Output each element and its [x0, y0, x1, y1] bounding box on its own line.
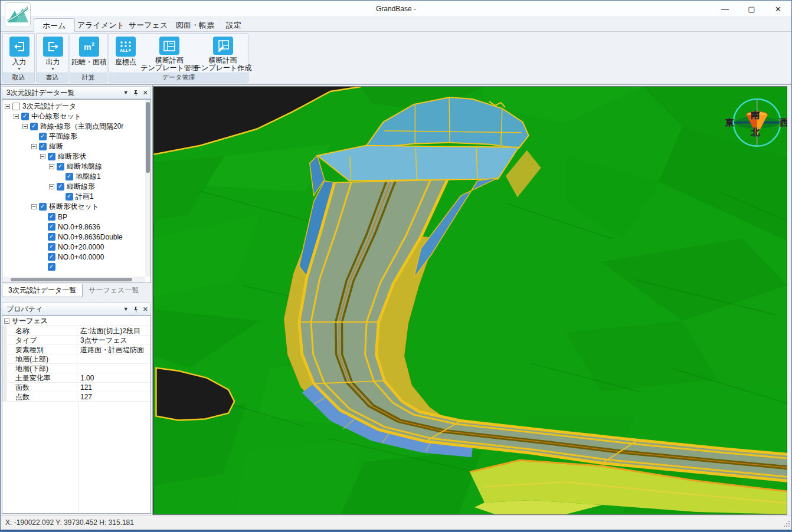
property-value: 3点サーフェス [77, 336, 150, 344]
template-create-icon [216, 39, 230, 53]
tree-item-checkbox[interactable] [21, 113, 29, 120]
dock-tab-strip: 3次元設計データ一覧 サーフェス一覧 [2, 284, 145, 297]
property-row[interactable]: 要素種別道路面・計画堤防面 [2, 345, 150, 354]
maximize-button[interactable]: ▢ [738, 1, 765, 17]
pin-icon[interactable] [133, 90, 139, 96]
cross-section-template-create-button[interactable]: 横断計画テンプレート作成 [197, 35, 249, 72]
expander-icon[interactable] [40, 154, 45, 159]
expander-icon[interactable] [31, 204, 37, 209]
minimize-button[interactable]: — [712, 1, 738, 17]
tab-settings[interactable]: 設定 [218, 18, 250, 32]
tree-item-checkbox[interactable] [48, 243, 55, 251]
panel-menu-icon[interactable]: ▼ [123, 307, 129, 312]
dock-tab-3d-design-data[interactable]: 3次元設計データ一覧 [2, 284, 83, 297]
compass-east-label: 東 [725, 117, 734, 128]
tree-item-checkbox[interactable] [39, 143, 47, 150]
3d-viewport[interactable]: 東 西 南 北 [153, 86, 788, 515]
tree-item[interactable]: 縦断 [4, 142, 145, 152]
expander-icon[interactable] [22, 124, 28, 129]
cross-section-template-manage-button[interactable]: 横断計画テンプレート管理 [142, 35, 197, 72]
tab-drawing-report[interactable]: 図面・帳票 [168, 18, 222, 32]
title-bar: GrandBase - — ▢ ✕ [1, 1, 791, 17]
tree-item-label: 平面線形 [49, 132, 77, 142]
tree-item[interactable]: NO.0+20.0000 [4, 242, 145, 252]
app-logo[interactable] [5, 2, 31, 27]
tree-item-checkbox[interactable] [66, 193, 73, 201]
pin-icon[interactable] [133, 306, 139, 313]
panel-menu-icon[interactable]: ▼ [123, 90, 129, 96]
input-button[interactable]: 入力 ▼ [3, 35, 35, 72]
input-dropdown-arrow[interactable]: ▼ [17, 67, 21, 71]
tree-item-checkbox[interactable] [48, 233, 55, 241]
tree-item[interactable]: 縦断形状 [4, 152, 145, 162]
distance-area-button[interactable]: m 2 距離・面積 [70, 35, 108, 72]
property-row[interactable]: 名称左:法面(切土)2段目 [2, 326, 150, 336]
output-button[interactable]: 出力 ▼ [37, 35, 69, 72]
tree-item-label: NO.0+9.8636 [58, 223, 100, 231]
property-value [77, 354, 150, 363]
tree-item[interactable]: NO.0+9.8636Double [4, 232, 145, 242]
property-label: 地層(下部) [7, 364, 77, 373]
coordinate-points-button[interactable]: ALL 座標点 [109, 35, 142, 72]
expander-icon[interactable] [31, 144, 37, 149]
property-row[interactable]: 地層(下部) [2, 364, 150, 373]
tree-item-checkbox[interactable] [66, 173, 73, 180]
expander-icon[interactable] [14, 114, 19, 119]
close-button[interactable]: ✕ [765, 1, 791, 17]
tree-item-checkbox[interactable] [30, 123, 38, 130]
terrain-3d-canvas[interactable]: 東 西 南 北 [153, 87, 787, 514]
tree-item[interactable]: NO.0+40.0000 [4, 252, 145, 262]
tree-panel-header: 3次元設計データ一覧 ▼ ✕ [2, 86, 151, 99]
tree-item[interactable]: 縦断線形 [4, 182, 145, 192]
property-row[interactable]: 地層(上部) [2, 354, 150, 364]
window-title: GrandBase - [1, 1, 791, 17]
property-row[interactable]: タイプ3点サーフェス [2, 336, 150, 345]
tree-item[interactable] [4, 262, 145, 272]
tree-item-checkbox[interactable] [57, 163, 64, 170]
tree-item-checkbox[interactable] [48, 153, 55, 160]
tree-item-checkbox[interactable] [48, 213, 55, 221]
tree-item-checkbox[interactable] [12, 103, 20, 110]
tree-item-checkbox[interactable] [48, 253, 55, 261]
property-row[interactable]: 点数127 [2, 392, 150, 402]
tree-horizontal-scrollbar[interactable] [2, 277, 145, 283]
tree-item[interactable]: 地盤線1 [4, 172, 145, 182]
tree-item-checkbox[interactable] [48, 263, 55, 271]
property-row[interactable]: 土量変化率1.00 [2, 373, 150, 383]
expander-icon[interactable] [49, 184, 54, 189]
tree-item-checkbox[interactable] [48, 223, 55, 231]
expander-icon[interactable] [5, 104, 10, 109]
panel-close-icon[interactable]: ✕ [143, 90, 148, 96]
tree-item[interactable]: 縦断地盤線 [4, 162, 145, 172]
tree-item[interactable]: 計画1 [4, 192, 145, 202]
resize-grip[interactable] [783, 520, 790, 527]
tree-item[interactable]: 横断形状セット [4, 202, 145, 212]
tree-item[interactable]: 路線-線形（主測点間隔20r [4, 121, 145, 132]
panel-close-icon[interactable]: ✕ [143, 306, 148, 313]
property-group-header[interactable]: サーフェス [2, 316, 150, 326]
output-dropdown-arrow[interactable]: ▼ [51, 67, 55, 71]
tree-item-checkbox[interactable] [39, 133, 47, 140]
tree-item-checkbox[interactable] [39, 203, 47, 211]
tree-item[interactable]: 3次元設計データ [4, 101, 145, 111]
ribbon: 入力 ▼ 取込 出力 ▼ 書込 [1, 32, 791, 84]
right-gap [787, 85, 791, 515]
tree-item-checkbox[interactable] [57, 183, 64, 191]
tree-panel-title: 3次元設計データ一覧 [6, 88, 74, 97]
ribbon-group-data-mgmt: ALL 座標点 横断計画テンプレート管理 [109, 33, 248, 83]
tree-item[interactable]: 平面線形 [4, 132, 145, 142]
property-value: 127 [77, 392, 150, 401]
property-row[interactable]: 面数121 [2, 383, 150, 392]
tree-item[interactable]: NO.0+9.8636 [4, 222, 145, 232]
tree-item-label: 計画1 [76, 192, 94, 202]
dock-tab-surface-list[interactable]: サーフェス一覧 [83, 284, 145, 297]
collapse-icon[interactable] [4, 318, 9, 324]
tree-item[interactable]: 中心線形セット [4, 111, 145, 121]
property-value: 左:法面(切土)2段目 [77, 326, 150, 335]
ribbon-group-calc: m 2 距離・面積 計算 [70, 33, 107, 83]
property-label: 面数 [7, 383, 77, 392]
tree-item-label: 3次元設計データ [22, 101, 76, 111]
tree-vertical-scrollbar[interactable] [145, 100, 150, 277]
tree-item[interactable]: BP [4, 212, 145, 222]
expander-icon[interactable] [49, 164, 54, 169]
